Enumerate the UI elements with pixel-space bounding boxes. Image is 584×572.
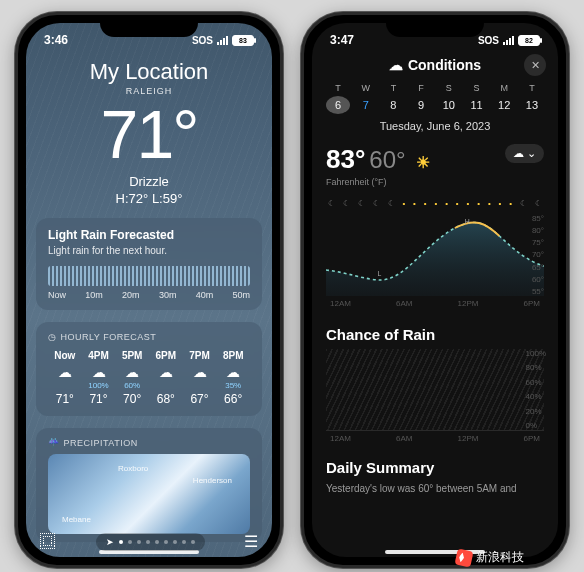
tick: 60° [532, 275, 544, 284]
precip-label: ☔ PRECIPITATION [48, 438, 250, 448]
cloud-icon: ☁ [183, 364, 217, 380]
map-icon[interactable]: ⿴ [40, 533, 56, 551]
tick: 12PM [458, 299, 479, 308]
svg-text:L: L [378, 270, 382, 277]
day-column[interactable]: M12 [492, 83, 516, 114]
day-initial: M [492, 83, 516, 93]
battery-icon: 82 [518, 35, 540, 46]
day-column[interactable]: S10 [437, 83, 461, 114]
hourly-deg: 67° [183, 392, 217, 406]
day-column[interactable]: T13 [520, 83, 544, 114]
hourly-time: 5PM [115, 350, 149, 361]
day-column[interactable]: T8 [381, 83, 405, 114]
hourly-card[interactable]: ◷ HOURLY FORECAST Now☁71°4PM☁100%71°5PM☁… [36, 322, 262, 416]
sos-indicator: SOS [478, 35, 499, 46]
hourly-time: 4PM [82, 350, 116, 361]
map-place: Roxboro [118, 464, 148, 473]
rain-time: Now [48, 290, 66, 300]
day-low: 60° [369, 146, 405, 174]
close-button[interactable]: ✕ [524, 54, 546, 76]
wifi-icon [217, 36, 228, 45]
hourly-deg: 71° [48, 392, 82, 406]
temp-x-times: 12AM6AM12PM6PM [326, 299, 544, 308]
condition-pill[interactable]: ☁ ⌄ [505, 144, 544, 163]
list-icon[interactable]: ☰ [244, 532, 258, 551]
phone-right: 3:47 SOS 82 ☁ Conditions ✕ T6W7T8F9S10S1… [301, 12, 569, 568]
unit-label: Fahrenheit (°F) [326, 177, 430, 187]
tick: 20% [526, 407, 546, 416]
hourly-item[interactable]: 4PM☁100%71° [82, 350, 116, 406]
day-column[interactable]: S11 [465, 83, 489, 114]
day-number: 6 [326, 96, 350, 114]
hourly-pct [149, 381, 183, 390]
tick: 70° [532, 250, 544, 259]
moon-icon: ☾ [535, 199, 542, 208]
weibo-icon [455, 548, 474, 567]
conditions-block: 83° 60° ☀ Fahrenheit (°F) ☁ ⌄ ☾☾☾☾☾•••••… [312, 132, 558, 312]
cloud-icon: ☁ [115, 364, 149, 380]
day-initial: S [465, 83, 489, 93]
minute-rain-times: Now 10m 20m 30m 40m 50m [48, 290, 250, 300]
svg-text:H: H [465, 218, 470, 225]
hourly-item[interactable]: 8PM☁35%66° [216, 350, 250, 406]
sun-icon: • [402, 199, 405, 208]
sun-icon: • [413, 199, 416, 208]
clock-icon: ◷ [48, 332, 57, 342]
tick: 100% [526, 349, 546, 358]
tick: 65° [532, 263, 544, 272]
conditions-title: Conditions [408, 57, 481, 73]
bottom-bar: ⿴ ➤ ☰ [26, 532, 272, 551]
tick: 60% [526, 378, 546, 387]
cloud-icon: ☁ [513, 147, 524, 160]
rain-time: 10m [85, 290, 103, 300]
tick: 0% [526, 421, 546, 430]
sun-icon: • [445, 199, 448, 208]
moon-icon: ☾ [388, 199, 395, 208]
hourly-deg: 71° [82, 392, 116, 406]
week-row[interactable]: T6W7T8F9S10S11M12T13 [312, 79, 558, 116]
forecast-card[interactable]: Light Rain Forecasted Light rain for the… [36, 218, 262, 310]
precip-card[interactable]: ☔ PRECIPITATION Roxboro Henderson Mebane [36, 428, 262, 542]
day-initial: F [409, 83, 433, 93]
precip-map[interactable]: Roxboro Henderson Mebane [48, 454, 250, 534]
temperature-chart[interactable]: H L 85°80°75°70°65°60°55° [326, 214, 544, 296]
tick: 85° [532, 214, 544, 223]
forecast-headline: Light Rain Forecasted [48, 228, 250, 242]
sun-icon: • [488, 199, 491, 208]
day-column[interactable]: F9 [409, 83, 433, 114]
notch [386, 15, 484, 37]
hourly-pct: 60% [115, 381, 149, 390]
hourly-row[interactable]: Now☁71°4PM☁100%71°5PM☁60%70°6PM☁68°7PM☁6… [48, 350, 250, 406]
hourly-item[interactable]: 6PM☁68° [149, 350, 183, 406]
moon-icon: ☾ [343, 199, 350, 208]
sun-icon: • [467, 199, 470, 208]
minute-rain-bar [48, 266, 250, 286]
day-column[interactable]: W7 [354, 83, 378, 114]
tick: 80° [532, 226, 544, 235]
day-column[interactable]: T6 [326, 83, 350, 114]
hourly-item[interactable]: Now☁71° [48, 350, 82, 406]
page-dots[interactable]: ➤ [96, 533, 205, 551]
hourly-item[interactable]: 7PM☁67° [183, 350, 217, 406]
day-number: 9 [409, 96, 433, 114]
conditions-screen[interactable]: 3:47 SOS 82 ☁ Conditions ✕ T6W7T8F9S10S1… [312, 23, 558, 557]
chance-of-rain-chart[interactable]: 100%80%60%40%20%0% [326, 349, 544, 431]
tick: 12AM [330, 299, 351, 308]
hourly-item[interactable]: 5PM☁60%70° [115, 350, 149, 406]
day-initial: T [381, 83, 405, 93]
close-icon: ✕ [531, 59, 540, 72]
day-initial: S [437, 83, 461, 93]
location-header: My Location RALEIGH 71° Drizzle H:72° L:… [26, 59, 272, 206]
wifi-icon [503, 36, 514, 45]
weather-screen[interactable]: 3:46 SOS 83 My Location RALEIGH 71° Driz… [26, 23, 272, 557]
location-arrow-icon: ➤ [106, 537, 114, 547]
sun-icon: • [424, 199, 427, 208]
tick: 75° [532, 238, 544, 247]
tick: 6PM [524, 434, 540, 443]
day-temps: 83° 60° ☀ [326, 144, 430, 175]
hourly-deg: 66° [216, 392, 250, 406]
cloud-icon: ☁ [389, 57, 403, 73]
sun-icon: • [456, 199, 459, 208]
day-number: 7 [354, 96, 378, 114]
hourly-time: 8PM [216, 350, 250, 361]
